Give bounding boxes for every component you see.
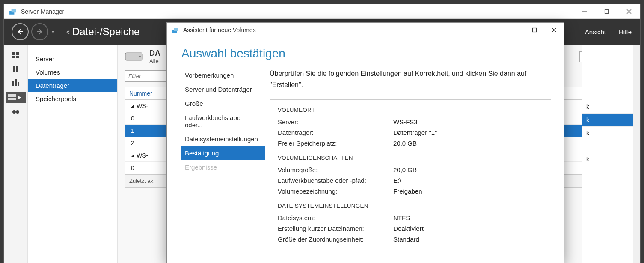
step-size[interactable]: Größe <box>181 96 265 111</box>
rail-iis-icon[interactable] <box>9 107 23 117</box>
titlebar: Server-Manager <box>4 4 640 19</box>
breadcrumb-caret-icon: ‹‹ <box>66 27 68 36</box>
right-label[interactable]: k <box>582 153 633 166</box>
wizard-heading: Auswahl bestätigen <box>167 37 564 68</box>
label-filesystem: Dateisystem: <box>278 214 393 221</box>
panel-subtitle: Alle <box>149 58 160 64</box>
svg-rect-18 <box>12 94 16 97</box>
right-label[interactable]: k <box>582 114 633 127</box>
minimize-button[interactable] <box>573 4 596 19</box>
confirmation-box: VOLUMEORT Server:WS-FS3 Datenträger:Date… <box>270 99 551 249</box>
label-short-names: Erstellung kurzer Dateinamen: <box>278 225 393 232</box>
side-nav: Server Volumes Datenträger Speicherpools <box>28 45 118 263</box>
svg-point-22 <box>16 110 19 114</box>
expand-icon: ▶ <box>18 95 21 99</box>
section-filesystem: DATEISYSTEMEINSTELLUNGEN <box>278 203 543 209</box>
label-server: Server: <box>278 118 393 126</box>
wizard-instruction: Überprüfen Sie die folgenden Einstellung… <box>270 68 551 90</box>
svg-rect-1 <box>12 9 16 12</box>
step-intro[interactable]: Vorbemerkungen <box>181 68 265 82</box>
svg-rect-14 <box>12 81 14 86</box>
svg-rect-16 <box>18 82 19 86</box>
label-drive-letter: Laufwerkbuchstabe oder -pfad: <box>278 177 393 184</box>
svg-rect-17 <box>8 94 12 97</box>
svg-rect-28 <box>533 28 537 32</box>
svg-rect-12 <box>13 66 15 72</box>
menu-help[interactable]: Hilfe <box>619 28 632 36</box>
panel-title: DA <box>149 49 160 58</box>
server-manager-icon <box>9 8 17 15</box>
step-server-disk[interactable]: Server und Datenträger <box>181 82 265 96</box>
svg-rect-20 <box>12 98 16 100</box>
section-volume-properties: VOLUMEEIGENSCHAFTEN <box>278 155 543 161</box>
breadcrumb[interactable]: Datei-/Speiche <box>72 26 139 38</box>
right-label[interactable]: k <box>582 100 633 114</box>
svg-rect-8 <box>12 52 15 55</box>
label-free-space: Freier Speicherplatz: <box>278 140 393 147</box>
svg-rect-15 <box>15 79 17 86</box>
value-volume-size: 20,0 GB <box>393 166 417 173</box>
wizard-content: Überprüfen Sie die folgenden Einstellung… <box>265 68 564 263</box>
nav-volumes[interactable]: Volumes <box>28 66 117 79</box>
right-column: k k k k <box>582 45 633 263</box>
nav-server[interactable]: Server <box>28 52 117 66</box>
nav-disks[interactable]: Datenträger <box>28 79 117 92</box>
svg-rect-9 <box>16 52 19 55</box>
nav-dropdown-icon[interactable]: ▼ <box>51 30 55 34</box>
close-button[interactable] <box>618 4 640 19</box>
window-title: Server-Manager <box>21 8 573 15</box>
value-allocation-size: Standard <box>393 236 419 243</box>
nav-storage-pools[interactable]: Speicherpools <box>28 92 117 105</box>
svg-rect-13 <box>16 66 18 72</box>
value-volume-label: Freigaben <box>393 188 422 195</box>
rail-file-storage-icon[interactable]: ▶ <box>6 92 26 103</box>
step-drive-letter[interactable]: Laufwerkbuchstabe oder... <box>181 111 265 132</box>
collapse-icon: ◢ <box>131 153 134 158</box>
value-free-space: 20,0 GB <box>393 140 417 147</box>
forward-button[interactable] <box>31 23 48 40</box>
label-volume-label: Volumebezeichnung: <box>278 188 393 195</box>
disk-icon <box>125 51 143 62</box>
svg-point-24 <box>139 56 141 57</box>
svg-rect-11 <box>16 56 19 58</box>
label-allocation-size: Größe der Zuordnungseinheit: <box>278 236 393 243</box>
icon-rail: ▶ <box>4 45 28 263</box>
section-volume-location: VOLUMEORT <box>278 107 543 113</box>
wizard-maximize-button[interactable] <box>525 23 544 37</box>
label-volume-size: Volumegröße: <box>278 166 393 173</box>
value-filesystem: NTFS <box>393 214 410 221</box>
step-filesystem[interactable]: Dateisystemeinstellungen <box>181 132 265 146</box>
rail-all-servers-icon[interactable] <box>9 78 23 87</box>
value-server: WS-FS3 <box>393 118 418 126</box>
value-short-names: Deaktiviert <box>393 225 424 232</box>
step-results: Ergebnisse <box>181 160 265 174</box>
menu-view[interactable]: Ansicht <box>585 28 606 36</box>
step-confirmation[interactable]: Bestätigung <box>181 146 265 160</box>
value-drive-letter: E:\ <box>393 177 401 184</box>
wizard-steps: Vorbemerkungen Server und Datenträger Gr… <box>167 68 265 263</box>
right-label[interactable]: k <box>582 127 633 140</box>
wizard-close-button[interactable] <box>544 23 564 37</box>
back-button[interactable] <box>12 23 29 40</box>
label-disk: Datenträger: <box>278 129 393 136</box>
svg-rect-26 <box>174 28 178 31</box>
collapse-icon: ◢ <box>131 104 134 108</box>
svg-rect-19 <box>8 98 12 100</box>
wizard-title: Assistent für neue Volumes <box>183 27 505 33</box>
wizard-icon <box>172 27 179 33</box>
rail-local-server-icon[interactable] <box>9 64 23 74</box>
maximize-button[interactable] <box>596 4 618 19</box>
new-volume-wizard: Assistent für neue Volumes Auswahl bestä… <box>166 22 564 263</box>
rail-dashboard-icon[interactable] <box>9 51 23 60</box>
svg-point-21 <box>12 110 16 114</box>
svg-rect-10 <box>12 56 15 58</box>
wizard-titlebar: Assistent für neue Volumes <box>167 23 564 37</box>
svg-rect-3 <box>605 9 609 13</box>
wizard-minimize-button[interactable] <box>505 23 525 37</box>
value-disk: Datenträger "1" <box>393 129 437 136</box>
